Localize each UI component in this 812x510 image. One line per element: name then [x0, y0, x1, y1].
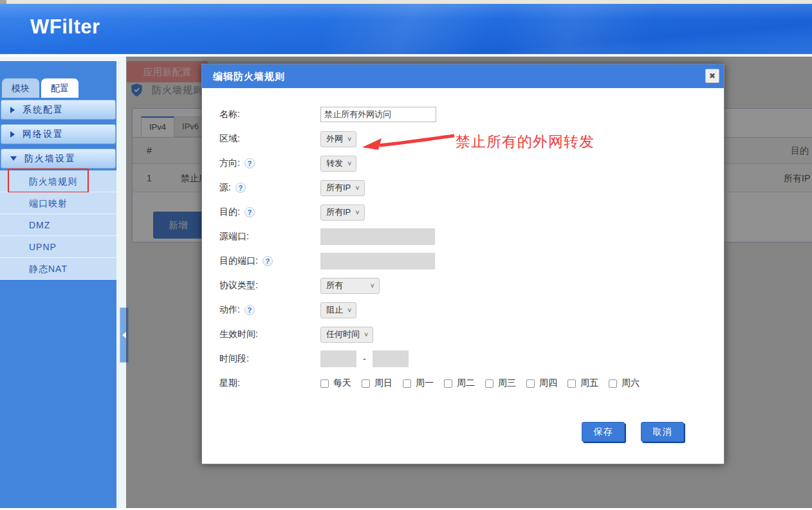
weekdays-label: 星期:: [219, 378, 240, 389]
time-range-separator: -: [363, 354, 366, 364]
help-icon[interactable]: ?: [245, 305, 255, 315]
chevron-right-icon: [10, 131, 15, 138]
sidebar-submenu: 防火墙规则 端口映射 DMZ UPNP 静态NAT: [0, 170, 116, 280]
sidebar-item-label: 网络设置: [23, 129, 64, 140]
help-icon[interactable]: ?: [245, 207, 255, 217]
form-row-source-port: 源端口:: [202, 224, 724, 249]
protocol-value: 所有: [326, 280, 343, 291]
direction-value: 转发: [326, 158, 343, 169]
zone-select[interactable]: 外网 ˅: [320, 131, 356, 147]
sidebar-item-port-mapping[interactable]: 端口映射: [0, 192, 116, 214]
app-logo: WFilter: [30, 15, 100, 39]
name-label: 名称:: [219, 109, 240, 120]
zone-value: 外网: [326, 133, 343, 145]
zone-label: 区域:: [219, 133, 240, 145]
chevron-right-icon: [10, 107, 15, 113]
sidebar-subitem-label: UPNP: [29, 242, 57, 252]
effective-time-value: 任何时间: [326, 329, 360, 340]
chevron-down-icon: ˅: [364, 331, 368, 338]
weekday-checkbox-thursday[interactable]: [526, 379, 535, 388]
dialog-header: 编辑防火墙规则 ✖: [202, 64, 724, 88]
time-start-input: [320, 351, 356, 367]
form-row-effective-time: 生效时间: 任何时间 ˅: [202, 322, 724, 347]
app-header: WFilter: [0, 4, 812, 55]
weekday-checkbox-tuesday[interactable]: [444, 379, 452, 388]
weekday-checkbox-monday[interactable]: [403, 379, 411, 388]
action-value: 阻止: [326, 304, 343, 316]
form-row-weekdays: 星期: 每天 周日 周一 周二 周三 周四 周五: [202, 371, 724, 396]
dialog-footer: 保存 取消: [582, 422, 684, 442]
close-icon[interactable]: ✖: [705, 69, 719, 83]
sidebar-item-firewall-settings[interactable]: 防火墙设置: [1, 149, 116, 168]
source-select[interactable]: 所有IP ˅: [320, 180, 365, 196]
time-range-label: 时间段:: [219, 353, 249, 365]
destination-port-label: 目的端口:: [219, 255, 258, 267]
cancel-button[interactable]: 取消: [641, 422, 684, 442]
chevron-down-icon: [10, 156, 17, 161]
form-row-protocol: 协议类型: 所有 ˅: [202, 273, 724, 298]
destination-select[interactable]: 所有IP ˅: [320, 205, 365, 221]
sidebar-menu: 系统配置 网络设置 防火墙设置 防火墙规则 端口映射: [0, 98, 116, 280]
sidebar-subitem-label: 静态NAT: [29, 264, 68, 274]
chevron-down-icon: ˅: [347, 135, 351, 143]
weekday-label: 周二: [457, 378, 475, 389]
weekday-checkbox-saturday[interactable]: [609, 379, 617, 388]
weekday-label: 周四: [539, 378, 557, 389]
sidebar-item-label: 系统配置: [23, 104, 64, 116]
sidebar-subitem-label: 防火墙规则: [29, 176, 77, 187]
help-icon[interactable]: ?: [245, 158, 255, 168]
edit-firewall-rule-dialog: 编辑防火墙规则 ✖ 名称: 区域: 外网 ˅ 方向: ?: [201, 64, 724, 464]
sidebar-item-dmz[interactable]: DMZ: [0, 214, 116, 236]
weekday-label: 周五: [580, 378, 598, 389]
chevron-down-icon: ˅: [355, 208, 359, 216]
tab-modules[interactable]: 模块: [2, 78, 39, 98]
form-row-destination: 目的: ? 所有IP ˅: [202, 200, 724, 224]
weekday-checkbox-group: 每天 周日 周一 周二 周三 周四 周五 周六: [320, 378, 650, 389]
weekday-checkbox-everyday[interactable]: [320, 379, 329, 388]
protocol-label: 协议类型:: [219, 280, 258, 291]
help-icon[interactable]: ?: [263, 256, 273, 266]
action-label: 动作:: [219, 304, 240, 316]
weekday-label: 周日: [374, 378, 392, 389]
save-button[interactable]: 保存: [582, 422, 625, 442]
protocol-select[interactable]: 所有 ˅: [320, 278, 380, 294]
direction-label: 方向:: [219, 158, 240, 169]
effective-time-select[interactable]: 任何时间 ˅: [320, 327, 373, 343]
sidebar-panel: 模块 配置 系统配置 网络设置 防火墙设置 防火墙规则: [0, 61, 116, 508]
sidebar-subitem-label: DMZ: [29, 220, 50, 230]
destination-label: 目的:: [219, 206, 240, 218]
name-input[interactable]: [320, 107, 436, 122]
sidebar-item-network-settings[interactable]: 网络设置: [1, 124, 116, 144]
source-label: 源:: [219, 182, 231, 194]
tab-config[interactable]: 配置: [41, 78, 78, 98]
weekday-checkbox-sunday[interactable]: [362, 379, 370, 388]
chevron-down-icon: ˅: [355, 184, 359, 192]
wfilter-app: WFilter 模块 配置 系统配置 网络设置 防火墙设置: [0, 0, 812, 510]
form-row-direction: 方向: ? 转发 ˅: [202, 151, 724, 176]
weekday-checkbox-wednesday[interactable]: [485, 379, 494, 388]
form-row-name: 名称:: [202, 102, 724, 127]
sidebar-item-firewall-rules[interactable]: 防火墙规则: [0, 170, 116, 192]
annotation-arrow-icon: [358, 130, 456, 157]
weekday-label: 周六: [622, 378, 640, 389]
source-port-label: 源端口:: [219, 231, 249, 242]
weekday-checkbox-friday[interactable]: [567, 379, 576, 388]
form-row-source: 源: ? 所有IP ˅: [202, 176, 724, 200]
sidebar-item-static-nat[interactable]: 静态NAT: [0, 258, 116, 280]
chevron-down-icon: ˅: [347, 159, 351, 167]
sidebar-item-label: 防火墙设置: [24, 153, 76, 165]
chevron-down-icon: ˅: [371, 282, 374, 289]
help-icon[interactable]: ?: [235, 183, 246, 193]
time-end-input: [373, 351, 409, 367]
form-row-destination-port: 目的端口: ?: [202, 249, 724, 273]
source-value: 所有IP: [326, 182, 351, 194]
direction-select[interactable]: 转发 ˅: [320, 156, 356, 172]
action-select[interactable]: 阻止 ˅: [320, 302, 356, 318]
form-row-time-range: 时间段: -: [202, 347, 724, 371]
sidebar-item-system-config[interactable]: 系统配置: [1, 100, 116, 120]
sidebar-item-upnp[interactable]: UPNP: [0, 236, 116, 258]
chevron-down-icon: ˅: [347, 306, 351, 314]
sidebar: 模块 配置 系统配置 网络设置 防火墙设置 防火墙规则: [0, 57, 126, 508]
source-port-input: [320, 228, 435, 245]
weekday-label: 每天: [333, 378, 351, 389]
